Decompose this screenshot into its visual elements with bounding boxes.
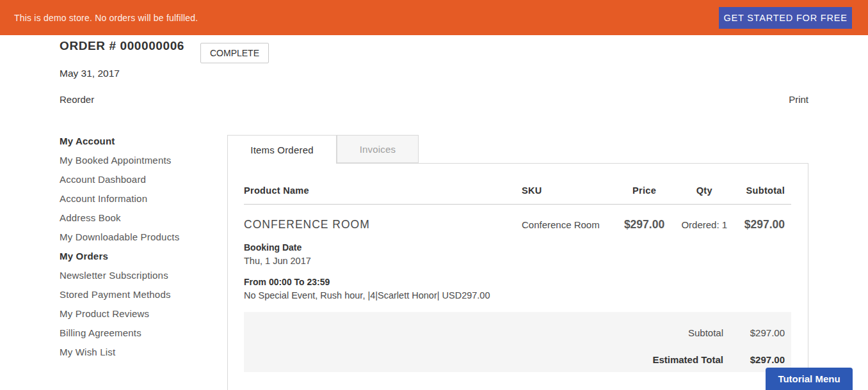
header-subtotal: Subtotal — [736, 185, 791, 196]
sidebar-item-my-product-reviews[interactable]: My Product Reviews — [60, 308, 220, 327]
sidebar-item-account-information[interactable]: Account Information — [60, 193, 220, 212]
header-sku: SKU — [522, 185, 616, 196]
sidebar-item-my-account[interactable]: My Account — [60, 136, 220, 155]
product-subtotal: $297.00 — [736, 218, 791, 300]
order-view-page: This is demo store. No orders will be fu… — [0, 0, 868, 390]
subtotal-row: Subtotal $297.00 — [244, 327, 791, 338]
tutorial-menu-button[interactable]: Tutorial Menu — [766, 368, 853, 390]
estimated-total-row: Estimated Total $297.00 — [244, 354, 791, 365]
account-sidebar: My Account My Booked Appointments Accoun… — [60, 136, 220, 366]
estimated-total-label: Estimated Total — [652, 354, 723, 365]
order-date: May 31, 2017 — [60, 68, 120, 79]
demo-store-message: This is demo store. No orders will be fu… — [14, 13, 198, 23]
header-price: Price — [616, 185, 673, 196]
order-totals: Subtotal $297.00 Estimated Total $297.00 — [244, 312, 791, 372]
estimated-total-value: $297.00 — [723, 354, 791, 365]
sidebar-item-stored-payment-methods[interactable]: Stored Payment Methods — [60, 289, 220, 308]
header-product-name: Product Name — [244, 185, 522, 196]
sidebar-item-my-wish-list[interactable]: My Wish List — [60, 347, 220, 366]
subtotal-value: $297.00 — [723, 327, 791, 338]
sidebar-item-address-book[interactable]: Address Book — [60, 212, 220, 231]
items-ordered-panel: Product Name SKU Price Qty Subtotal CONF… — [227, 163, 808, 390]
product-sku: Conference Room — [522, 218, 616, 300]
items-table-header-row: Product Name SKU Price Qty Subtotal — [244, 164, 791, 205]
table-row: CONFERENCE ROOM Booking Date Thu, 1 Jun … — [244, 205, 791, 300]
get-started-button[interactable]: GET STARTED FOR FREE — [719, 7, 852, 29]
option-label-booking-date: Booking Date — [244, 242, 522, 253]
product-price: $297.00 — [616, 218, 673, 300]
sidebar-item-newsletter-subscriptions[interactable]: Newsletter Subscriptions — [60, 270, 220, 289]
tab-invoices[interactable]: Invoices — [337, 135, 419, 163]
order-status-badge: COMPLETE — [200, 43, 269, 63]
print-link[interactable]: Print — [789, 94, 808, 105]
sidebar-item-my-booked-appointments[interactable]: My Booked Appointments — [60, 155, 220, 174]
order-number-title: ORDER # 000000006 — [60, 39, 184, 53]
product-name: CONFERENCE ROOM — [244, 218, 522, 231]
product-cell: CONFERENCE ROOM Booking Date Thu, 1 Jun … — [244, 218, 522, 300]
sidebar-item-billing-agreements[interactable]: Billing Agreements — [60, 327, 220, 347]
reorder-link[interactable]: Reorder — [60, 94, 94, 105]
tab-items-ordered[interactable]: Items Ordered — [227, 135, 337, 164]
sidebar-item-my-orders[interactable]: My Orders — [60, 251, 220, 270]
product-qty: Ordered: 1 — [672, 218, 736, 300]
option-label-time-range: From 00:00 To 23:59 — [244, 277, 522, 287]
demo-store-banner: This is demo store. No orders will be fu… — [0, 0, 868, 35]
header-qty: Qty — [672, 185, 736, 196]
option-value-time-range: No Special Event, Rush hour, |4|Scarlett… — [244, 290, 522, 300]
sidebar-item-account-dashboard[interactable]: Account Dashboard — [60, 174, 220, 193]
sidebar-item-my-downloadable-products[interactable]: My Downloadable Products — [60, 231, 220, 251]
subtotal-label: Subtotal — [688, 327, 723, 338]
items-table: Product Name SKU Price Qty Subtotal CONF… — [228, 164, 808, 372]
option-value-booking-date: Thu, 1 Jun 2017 — [244, 256, 522, 266]
